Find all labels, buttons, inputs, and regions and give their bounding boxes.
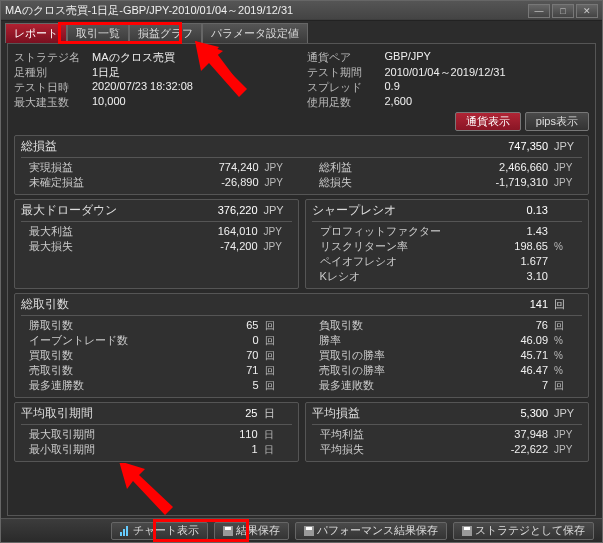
title-total-pl: 総損益 xyxy=(21,138,478,155)
save-button[interactable]: 結果保存 xyxy=(214,522,289,540)
value-total-pl: 747,350 xyxy=(478,140,548,152)
panel-trade-count: 総取引数 141 回 勝取引数65回 イーブントレード数0回 買取引数70回 売… xyxy=(14,293,589,398)
panel-drawdown: 最大ドローダウン 376,220 JPY 最大利益164,010JPY 最大損失… xyxy=(14,199,299,289)
title-sharpe: シャープレシオ xyxy=(312,202,479,219)
svg-rect-1 xyxy=(123,529,125,536)
value-count: 141 xyxy=(478,298,548,310)
label-strategy: ストラテジ名 xyxy=(14,50,92,65)
report-content: ストラテジ名MAのクロス売買 足種別1日足 テスト日時2020/07/23 18… xyxy=(7,43,596,516)
panel-avg-period: 平均取引期間 25 日 最大取引期間110日 最小取引期間1日 xyxy=(14,402,299,462)
chart-button[interactable]: チャート表示 xyxy=(111,522,208,540)
tab-trades[interactable]: 取引一覧 xyxy=(67,23,129,43)
titlebar[interactable]: MAのクロス売買-1日足-GBP/JPY-2010/01/04～2019/12/… xyxy=(1,1,602,21)
label-testtime: テスト日時 xyxy=(14,80,92,95)
svg-rect-8 xyxy=(464,527,470,530)
title-avgpl: 平均損益 xyxy=(312,405,479,422)
panel-total-pl: 総損益 747,350 JPY 実現損益774,240JPY 未確定損益-26,… xyxy=(14,135,589,195)
value-testperiod: 2010/01/04～2019/12/31 xyxy=(385,65,590,80)
value-spread: 0.9 xyxy=(385,80,590,95)
value-unrealized: -26,890 xyxy=(189,176,259,188)
report-window: MAのクロス売買-1日足-GBP/JPY-2010/01/04～2019/12/… xyxy=(0,0,603,543)
panel-sharpe: シャープレシオ 0.13 プロフィットファクター1.43 リスクリターン率198… xyxy=(305,199,590,289)
label-bars: 使用足数 xyxy=(307,95,385,110)
save-strategy-button-label: ストラテジとして保存 xyxy=(475,523,585,538)
label-spread: スプレッド xyxy=(307,80,385,95)
value-maxpos: 10,000 xyxy=(92,95,297,110)
tab-pl-graph[interactable]: 損益グラフ xyxy=(129,23,202,43)
tab-param[interactable]: パラメータ設定値 xyxy=(202,23,308,43)
label-unrealized: 未確定損益 xyxy=(21,175,189,190)
label-pf: プロフィットファクター xyxy=(312,224,479,239)
value-gross-loss: -1,719,310 xyxy=(478,176,548,188)
title-count: 総取引数 xyxy=(21,296,478,313)
value-gross-profit: 2,466,660 xyxy=(478,161,548,173)
value-kratio: 3.10 xyxy=(478,270,548,282)
title-dd: 最大ドローダウン xyxy=(21,202,188,219)
value-pf: 1.43 xyxy=(478,225,548,237)
tab-bar: レポート 取引一覧 損益グラフ パラメータ設定値 xyxy=(1,21,602,43)
panel-avg-pl: 平均損益 5,300 JPY 平均利益37,948JPY 平均損失-22,622… xyxy=(305,402,590,462)
value-bartype: 1日足 xyxy=(92,65,297,80)
value-sharpe: 0.13 xyxy=(478,204,548,216)
save-icon xyxy=(462,526,472,536)
value-pair: GBP/JPY xyxy=(385,50,590,65)
label-maxpos: 最大建玉数 xyxy=(14,95,92,110)
value-strategy: MAのクロス売買 xyxy=(92,50,297,65)
label-rr: リスクリターン率 xyxy=(312,239,479,254)
save-button-label: 結果保存 xyxy=(236,523,280,538)
info-left: ストラテジ名MAのクロス売買 足種別1日足 テスト日時2020/07/23 18… xyxy=(14,50,297,110)
value-payoff: 1.677 xyxy=(478,255,548,267)
toggle-pips[interactable]: pips表示 xyxy=(525,112,589,131)
chart-icon xyxy=(120,526,130,536)
save-strategy-button[interactable]: ストラテジとして保存 xyxy=(453,522,594,540)
value-avgpl: 5,300 xyxy=(478,407,548,419)
title-period: 平均取引期間 xyxy=(21,405,188,422)
save-icon xyxy=(304,526,314,536)
value-rr: 198.65 xyxy=(478,240,548,252)
label-kratio: Kレシオ xyxy=(312,269,479,284)
svg-rect-4 xyxy=(225,527,231,530)
value-testtime: 2020/07/23 18:32:08 xyxy=(92,80,297,95)
label-gross-profit: 総利益 xyxy=(311,160,479,175)
value-realized: 774,240 xyxy=(189,161,259,173)
tab-report[interactable]: レポート xyxy=(5,23,67,43)
label-max-profit: 最大利益 xyxy=(21,224,188,239)
label-bartype: 足種別 xyxy=(14,65,92,80)
value-max-profit: 164,010 xyxy=(188,225,258,237)
value-period: 25 xyxy=(188,407,258,419)
value-max-loss: -74,200 xyxy=(188,240,258,252)
label-payoff: ペイオフレシオ xyxy=(312,254,479,269)
save-icon xyxy=(223,526,233,536)
toggle-currency[interactable]: 通貨表示 xyxy=(455,112,521,131)
perf-save-button-label: パフォーマンス結果保存 xyxy=(317,523,438,538)
close-button[interactable]: ✕ xyxy=(576,4,598,18)
info-right: 通貨ペアGBP/JPY テスト期間2010/01/04～2019/12/31 ス… xyxy=(307,50,590,110)
label-pair: 通貨ペア xyxy=(307,50,385,65)
chart-button-label: チャート表示 xyxy=(133,523,199,538)
value-bars: 2,600 xyxy=(385,95,590,110)
label-testperiod: テスト期間 xyxy=(307,65,385,80)
perf-save-button[interactable]: パフォーマンス結果保存 xyxy=(295,522,447,540)
svg-rect-0 xyxy=(120,532,122,536)
label-max-loss: 最大損失 xyxy=(21,239,188,254)
label-realized: 実現損益 xyxy=(21,160,189,175)
svg-rect-6 xyxy=(306,527,312,530)
bottom-bar: チャート表示 結果保存 パフォーマンス結果保存 ストラテジとして保存 xyxy=(1,518,602,542)
value-dd: 376,220 xyxy=(188,204,258,216)
window-title: MAのクロス売買-1日足-GBP/JPY-2010/01/04～2019/12/… xyxy=(5,3,528,18)
svg-rect-2 xyxy=(126,526,128,536)
unit-total-pl: JPY xyxy=(554,140,582,152)
label-gross-loss: 総損失 xyxy=(311,175,479,190)
maximize-button[interactable]: □ xyxy=(552,4,574,18)
minimize-button[interactable]: — xyxy=(528,4,550,18)
